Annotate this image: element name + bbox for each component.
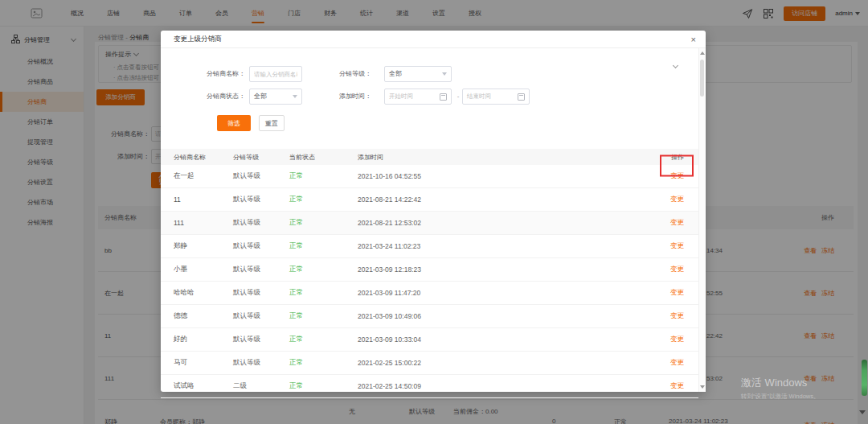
cell-status: 正常	[289, 335, 303, 344]
cell-status: 正常	[289, 218, 303, 228]
cell-name: 哈哈哈	[174, 288, 194, 298]
cell-name: 试试咯	[174, 381, 194, 391]
modal-scrollbar-thumb[interactable]	[700, 60, 704, 97]
watermark-line2: 转到“设置”以激活 Windows。	[741, 393, 820, 401]
scroll-down-arrow-icon[interactable]	[700, 385, 705, 389]
modal-level-label: 分销等级：	[305, 66, 371, 82]
cell-level: 默认等级	[233, 218, 260, 228]
change-link[interactable]: 变更	[670, 218, 684, 228]
modal-start-date-input[interactable]: 开始时间	[384, 89, 452, 105]
distributor-row: 好的 默认等级 正常 2021-03-09 10:33:04 变更	[161, 328, 698, 352]
close-icon[interactable]: ×	[691, 35, 696, 43]
cell-status: 正常	[289, 381, 303, 391]
cell-status: 正常	[289, 311, 303, 321]
start-date-placeholder: 开始时间	[389, 89, 413, 104]
cell-time: 2021-03-09 11:47:20	[358, 289, 420, 297]
chevron-down-icon	[293, 95, 297, 98]
cell-level: 默认等级	[233, 171, 260, 181]
cell-time: 2021-03-09 10:33:04	[358, 335, 421, 344]
cell-time: 2021-08-21 12:53:02	[358, 219, 421, 227]
cell-level: 默认等级	[233, 265, 260, 274]
distributor-row: 哈哈哈 默认等级 正常 2021-03-09 11:47:20 变更	[161, 282, 698, 305]
change-link[interactable]: 变更	[670, 265, 684, 274]
change-link[interactable]: 变更	[670, 195, 684, 204]
modal-level-value: 全部	[389, 67, 402, 81]
cell-level: 二级	[233, 381, 247, 391]
modal-end-date-input[interactable]: 结束时间	[462, 89, 530, 105]
cell-name: 小墨	[174, 265, 187, 274]
distributor-row: 郑静 默认等级 正常 2021-03-24 11:02:23 变更	[161, 235, 698, 258]
modal-scrollbar[interactable]	[698, 48, 706, 392]
modal-name-label: 分销商名称：	[161, 66, 245, 82]
cell-time: 2021-03-24 11:02:23	[358, 242, 420, 250]
date-range-separator: -	[455, 89, 461, 105]
cell-name: 德德	[174, 311, 187, 321]
cell-time: 2021-03-09 12:18:23	[358, 266, 421, 274]
change-link[interactable]: 变更	[670, 358, 684, 368]
change-link[interactable]: 变更	[670, 288, 684, 298]
modal-level-select[interactable]: 全部	[384, 66, 452, 82]
modal-status-value: 全部	[254, 89, 267, 104]
cell-level: 默认等级	[233, 288, 260, 298]
distributor-row: 111 默认等级 正常 2021-08-21 12:53:02 变更	[161, 212, 698, 235]
calendar-icon	[440, 93, 447, 101]
modal-status-select[interactable]: 全部	[249, 89, 302, 105]
cell-name: 11	[174, 196, 181, 204]
change-link[interactable]: 变更	[670, 241, 684, 251]
cell-level: 默认等级	[233, 311, 260, 321]
modal-table: 分销商名称 分销等级 当前状态 添加时间 操作 在一起 默认等级 正常 2021…	[161, 149, 698, 398]
cell-level: 默认等级	[233, 335, 260, 344]
cell-name: 好的	[174, 335, 187, 344]
distributor-row: 试试咯 二级 正常 2021-02-25 14:50:09 变更	[161, 375, 698, 398]
cell-name: 在一起	[174, 171, 194, 181]
modal-filter-button[interactable]: 筛选	[217, 115, 251, 131]
header-status: 当前状态	[289, 153, 315, 162]
header-name: 分销商名称	[174, 153, 206, 162]
cell-level: 默认等级	[233, 358, 260, 368]
modal-name-input[interactable]	[254, 67, 297, 81]
distributor-row: 马可 默认等级 正常 2021-02-25 15:00:22 变更	[161, 352, 698, 375]
page-scrollbar-thumb[interactable]	[862, 360, 867, 396]
cell-status: 正常	[289, 358, 303, 368]
cell-time: 2021-02-25 14:50:09	[358, 382, 421, 390]
collapse-chevron-icon[interactable]	[673, 63, 678, 68]
change-link[interactable]: 变更	[670, 311, 684, 321]
cell-time: 2021-03-09 10:49:06	[358, 312, 421, 320]
cell-status: 正常	[289, 171, 303, 181]
modal-table-header: 分销商名称 分销等级 当前状态 添加时间 操作	[161, 149, 698, 165]
cell-status: 正常	[289, 265, 303, 274]
change-link[interactable]: 变更	[670, 335, 684, 344]
modal-time-label: 添加时间：	[305, 89, 371, 105]
windows-activation-watermark: 激活 Windows 转到“设置”以激活 Windows。	[741, 376, 820, 401]
cell-level: 默认等级	[233, 241, 260, 251]
cell-status: 正常	[289, 195, 303, 204]
scroll-up-arrow-icon[interactable]	[700, 51, 705, 55]
modal-reset-button[interactable]: 重置	[259, 115, 285, 131]
cell-time: 2021-10-16 04:52:55	[358, 172, 421, 180]
modal-title: 变更上级分销商	[174, 35, 222, 44]
watermark-line1: 激活 Windows	[741, 376, 820, 390]
modal-status-label: 分销商状态：	[161, 89, 245, 105]
header-time: 添加时间	[358, 153, 383, 162]
cell-time: 2021-08-21 14:22:42	[358, 196, 421, 204]
modal-name-input-wrap	[249, 66, 302, 82]
cell-name: 111	[174, 219, 184, 227]
highlight-annotation-box	[660, 155, 694, 177]
header-level: 分销等级	[233, 153, 259, 162]
cell-status: 正常	[289, 288, 303, 298]
change-parent-distributor-modal: 变更上级分销商 × 分销商名称： 分销等级： 全部 分销商状态： 全部 添加时间…	[161, 31, 706, 392]
modal-header: 变更上级分销商 ×	[161, 31, 706, 48]
cell-name: 郑静	[174, 241, 187, 251]
cell-status: 正常	[289, 241, 303, 251]
distributor-row: 德德 默认等级 正常 2021-03-09 10:49:06 变更	[161, 305, 698, 328]
distributor-row: 11 默认等级 正常 2021-08-21 14:22:42 变更	[161, 188, 698, 212]
change-link[interactable]: 变更	[670, 381, 684, 391]
chevron-down-icon	[442, 72, 447, 76]
cell-level: 默认等级	[233, 195, 260, 204]
calendar-icon	[518, 93, 525, 101]
cell-time: 2021-02-25 15:00:22	[358, 359, 421, 367]
scroll-down-arrow-icon[interactable]	[859, 410, 866, 414]
cell-name: 马可	[174, 358, 187, 368]
distributor-row: 小墨 默认等级 正常 2021-03-09 12:18:23 变更	[161, 258, 698, 282]
distributor-row: 在一起 默认等级 正常 2021-10-16 04:52:55 变更	[161, 165, 698, 188]
